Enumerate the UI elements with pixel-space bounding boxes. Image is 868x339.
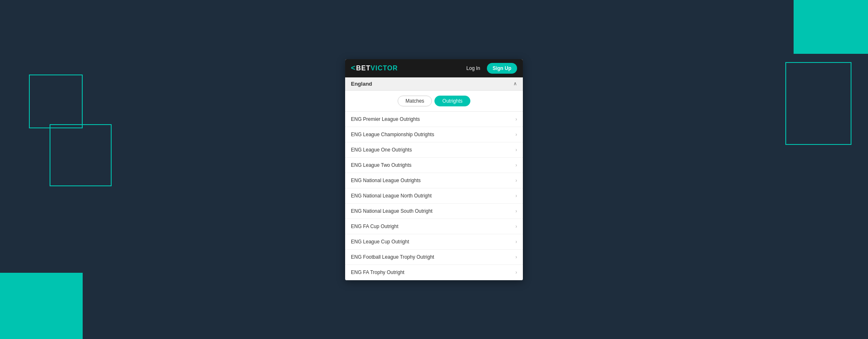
header-actions: Log In Sign Up [463, 63, 517, 74]
collapse-icon: ∧ [513, 81, 517, 87]
chevron-right-icon: › [515, 254, 517, 260]
list-item-label: ENG FA Cup Outright [351, 224, 398, 229]
list-item-label: ENG League One Outrights [351, 147, 412, 153]
logo: < BET VICTOR [351, 64, 398, 72]
tabs-row: Matches Outrights [345, 91, 523, 112]
logo-chevron-icon: < [351, 64, 355, 72]
chevron-right-icon: › [515, 132, 517, 137]
tab-matches[interactable]: Matches [398, 96, 432, 106]
list-item[interactable]: ENG League Two Outrights› [345, 158, 523, 173]
list-item[interactable]: ENG Football League Trophy Outright› [345, 250, 523, 265]
section-title: England [351, 81, 372, 87]
list-item-label: ENG National League North Outright [351, 193, 432, 199]
logo-bet-text: BET [356, 65, 371, 72]
signup-button[interactable]: Sign Up [487, 63, 517, 74]
chevron-right-icon: › [515, 239, 517, 245]
list-item-label: ENG League Cup Outright [351, 239, 409, 245]
bg-shape-right-outline [785, 62, 851, 145]
bg-shape-left-top [29, 75, 83, 128]
list-item[interactable]: ENG League Cup Outright› [345, 234, 523, 250]
chevron-right-icon: › [515, 116, 517, 122]
list-item[interactable]: ENG National League South Outright› [345, 204, 523, 219]
list-item-label: ENG Premier League Outrights [351, 116, 420, 122]
list-item-label: ENG League Championship Outrights [351, 132, 434, 137]
list-item-label: ENG Football League Trophy Outright [351, 254, 434, 260]
login-button[interactable]: Log In [463, 64, 483, 73]
list-item-label: ENG FA Trophy Outright [351, 269, 404, 275]
list-item[interactable]: ENG FA Trophy Outright› [345, 265, 523, 280]
app-window: < BET VICTOR Log In Sign Up England ∧ Ma… [345, 59, 523, 280]
bg-shape-top-right [794, 0, 868, 54]
list-item-label: ENG National League South Outright [351, 208, 432, 214]
list-item[interactable]: ENG League One Outrights› [345, 142, 523, 158]
bg-shape-left-bottom [50, 124, 112, 186]
list-item[interactable]: ENG National League Outrights› [345, 173, 523, 188]
tab-outrights[interactable]: Outrights [434, 96, 470, 106]
chevron-right-icon: › [515, 224, 517, 229]
list-item[interactable]: ENG National League North Outright› [345, 188, 523, 204]
list-item[interactable]: ENG Premier League Outrights› [345, 112, 523, 127]
list-item[interactable]: ENG League Championship Outrights› [345, 127, 523, 142]
chevron-right-icon: › [515, 147, 517, 153]
logo-victor-text: VICTOR [371, 65, 398, 72]
list-item-label: ENG League Two Outrights [351, 162, 412, 168]
bg-shape-bottom-left [0, 273, 83, 339]
header: < BET VICTOR Log In Sign Up [345, 59, 523, 77]
list-item[interactable]: ENG FA Cup Outright› [345, 219, 523, 234]
list-item-label: ENG National League Outrights [351, 178, 421, 183]
chevron-right-icon: › [515, 162, 517, 168]
chevron-right-icon: › [515, 269, 517, 275]
section-header[interactable]: England ∧ [345, 77, 523, 91]
chevron-right-icon: › [515, 178, 517, 183]
chevron-right-icon: › [515, 193, 517, 199]
outrights-list: ENG Premier League Outrights›ENG League … [345, 112, 523, 280]
chevron-right-icon: › [515, 208, 517, 214]
